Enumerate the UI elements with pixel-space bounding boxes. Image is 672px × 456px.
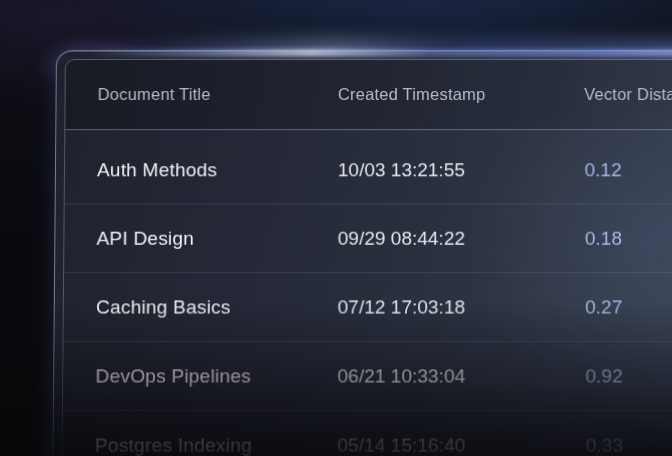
table-row[interactable]: DevOps Pipelines 06/21 10:33:04 0.92 [63,342,672,411]
document-title-cell: API Design [96,227,337,249]
created-timestamp-cell: 09/29 08:44:22 [338,227,585,249]
created-timestamp-cell: 07/12 17:03:18 [338,296,586,318]
document-title-cell: Caching Basics [96,296,338,318]
document-title-cell: Postgres Indexing [95,434,337,456]
column-header-document-title: Document Title [98,85,338,104]
created-timestamp-cell: 10/03 13:21:55 [338,159,585,181]
documents-panel: Document Title Created Timestamp Vector … [52,50,672,456]
table-row[interactable]: API Design 09/29 08:44:22 0.18 [64,204,672,273]
table-row[interactable]: Auth Methods 10/03 13:21:55 0.12 [65,136,672,204]
table-header-row: Document Title Created Timestamp Vector … [65,60,672,130]
table-row[interactable]: Caching Basics 07/12 17:03:18 0.27 [64,273,672,342]
created-timestamp-cell: 06/21 10:33:04 [337,365,585,387]
column-header-created-timestamp: Created Timestamp [338,85,584,104]
vector-distance-cell: 0.92 [585,365,672,387]
table-body: Auth Methods 10/03 13:21:55 0.12 API Des… [62,130,672,456]
vector-distance-cell: 0.12 [584,159,672,181]
vector-distance-cell: 0.33 [586,434,672,456]
documents-table: Document Title Created Timestamp Vector … [61,59,672,456]
vector-distance-cell: 0.18 [585,227,672,249]
document-title-cell: DevOps Pipelines [95,365,337,387]
table-row[interactable]: Postgres Indexing 05/14 15:16:40 0.33 [62,411,672,456]
column-header-vector-distance: Vector Distance [584,85,672,104]
created-timestamp-cell: 05/14 15:16:40 [337,434,585,456]
document-title-cell: Auth Methods [97,159,338,181]
vector-distance-cell: 0.27 [585,296,672,318]
